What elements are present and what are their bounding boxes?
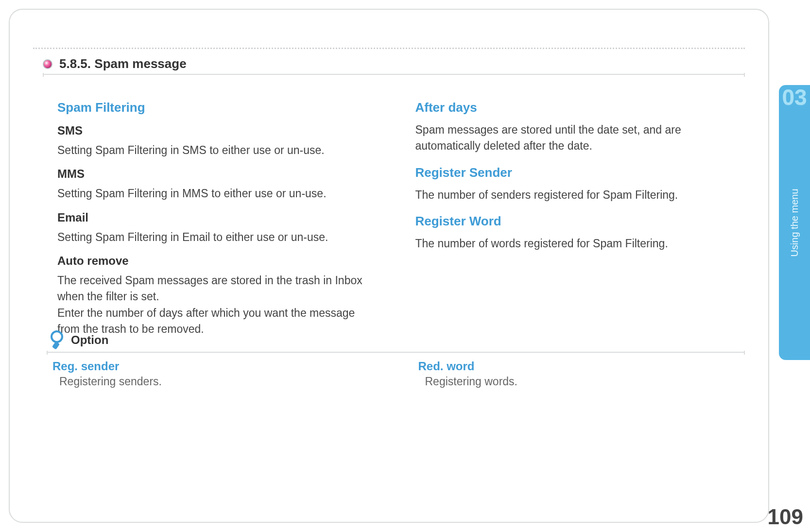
- option-col-1: Reg. sender Registering senders.: [52, 360, 379, 388]
- section-title: 5.8.5. Spam message: [59, 56, 187, 71]
- option-reg-sender-heading: Reg. sender: [52, 360, 379, 373]
- body-auto-remove-1: The received Spam messages are stored in…: [57, 273, 377, 305]
- body-email: Setting Spam Filtering in Email to eithe…: [57, 229, 377, 245]
- option-columns: Reg. sender Registering senders. Red. wo…: [52, 360, 745, 388]
- content-columns: Spam Filtering SMS Setting Spam Filterin…: [57, 97, 734, 337]
- magnifier-icon: [50, 330, 67, 348]
- section-number: 5.8.5.: [59, 56, 91, 71]
- option-header: Option: [50, 330, 745, 348]
- heading-mms: MMS: [57, 167, 377, 181]
- heading-sms: SMS: [57, 124, 377, 137]
- dotted-divider: [33, 48, 745, 49]
- option-col-2: Red. word Registering words.: [418, 360, 745, 388]
- body-sms: Setting Spam Filtering in SMS to either …: [57, 142, 377, 158]
- heading-register-word: Register Word: [415, 214, 735, 229]
- body-register-sender: The number of senders registered for Spa…: [415, 187, 735, 203]
- right-column: After days Spam messages are stored unti…: [415, 97, 735, 337]
- option-rule: [47, 352, 745, 353]
- page-frame: 5.8.5. Spam message Spam Filtering SMS S…: [9, 9, 769, 523]
- section-name: Spam message: [94, 56, 186, 71]
- page-number: 109: [768, 505, 803, 529]
- left-column: Spam Filtering SMS Setting Spam Filterin…: [57, 97, 377, 337]
- body-after-days: Spam messages are stored until the date …: [415, 122, 735, 154]
- option-red-word-body: Registering words.: [425, 375, 745, 388]
- heading-email: Email: [57, 211, 377, 224]
- body-mms: Setting Spam Filtering in MMS to either …: [57, 186, 377, 202]
- side-label-wrap: Using the menu: [779, 85, 810, 360]
- option-block: Option Reg. sender Registering senders. …: [50, 330, 745, 388]
- option-title: Option: [71, 333, 108, 348]
- section-rule: [43, 74, 745, 75]
- option-red-word-heading: Red. word: [418, 360, 745, 373]
- heading-auto-remove: Auto remove: [57, 254, 377, 268]
- heading-spam-filtering: Spam Filtering: [57, 100, 377, 115]
- heading-after-days: After days: [415, 100, 735, 115]
- heading-register-sender: Register Sender: [415, 165, 735, 180]
- section-header: 5.8.5. Spam message: [43, 56, 187, 71]
- chapter-label: Using the menu: [789, 189, 800, 257]
- bullet-icon: [43, 59, 52, 69]
- option-reg-sender-body: Registering senders.: [59, 375, 379, 388]
- side-tab: 03 Using the menu: [779, 85, 810, 360]
- body-register-word: The number of words registered for Spam …: [415, 236, 735, 252]
